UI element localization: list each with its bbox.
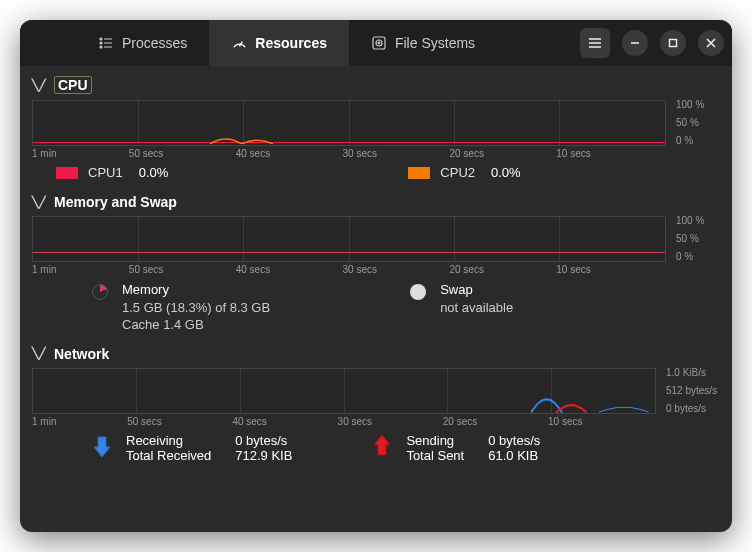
legend-cpu2[interactable]: CPU2 0.0%: [408, 165, 520, 180]
swap-dot-icon: [410, 284, 426, 300]
swatch-cpu2: [408, 167, 430, 179]
network-graph: [32, 368, 656, 414]
cpu-header[interactable]: ╲╱ CPU: [32, 74, 720, 96]
svg-point-9: [378, 42, 380, 44]
swatch-cpu1: [56, 167, 78, 179]
tab-label: Resources: [255, 35, 327, 51]
speedometer-icon: [231, 35, 247, 51]
network-section: ╲╱ Network 1.0 KiB/s 512 bytes/s 0 bytes…: [32, 344, 720, 463]
memory-graph: [32, 216, 666, 262]
memory-section: ╲╱ Memory and Swap 100 % 50 % 0 % 1 min5…: [32, 192, 720, 338]
view-tabs: Processes Resources File Systems: [76, 20, 497, 66]
tab-processes[interactable]: Processes: [76, 20, 209, 66]
memory-legend: Memory 1.5 GB (18.3%) of 8.3 GB Cache 1.…: [32, 279, 720, 338]
cpu-yaxis: 100 % 50 % 0 %: [670, 100, 720, 146]
minimize-button[interactable]: [622, 30, 648, 56]
disk-icon: [371, 35, 387, 51]
svg-point-2: [100, 42, 102, 44]
svg-point-0: [100, 38, 102, 40]
maximize-button[interactable]: [660, 30, 686, 56]
legend-receiving[interactable]: Receiving 0 bytes/s Total Received 712.9…: [92, 433, 292, 463]
close-button[interactable]: [698, 30, 724, 56]
window-controls: [580, 28, 724, 58]
menu-button[interactable]: [580, 28, 610, 58]
cpu-xaxis: 1 min50 secs40 secs30 secs20 secs10 secs: [32, 146, 720, 163]
tab-label: File Systems: [395, 35, 475, 51]
cpu-legend: CPU1 0.0% CPU2 0.0%: [32, 163, 720, 186]
titlebar: Processes Resources File Systems: [20, 20, 732, 66]
svg-point-4: [100, 46, 102, 48]
network-yaxis: 1.0 KiB/s 512 bytes/s 0 bytes/s: [660, 368, 720, 414]
memory-xaxis: 1 min50 secs40 secs30 secs20 secs10 secs: [32, 262, 720, 279]
cpu-graph: [32, 100, 666, 146]
memory-dot-icon: [92, 284, 108, 300]
legend-cpu1[interactable]: CPU1 0.0%: [56, 165, 168, 180]
list-icon: [98, 35, 114, 51]
svg-rect-14: [670, 40, 677, 47]
network-header[interactable]: ╲╱ Network: [32, 344, 720, 364]
download-arrow-icon: [92, 435, 112, 457]
tab-resources[interactable]: Resources: [209, 20, 349, 66]
system-monitor-window: Processes Resources File Systems: [20, 20, 732, 532]
tab-label: Processes: [122, 35, 187, 51]
legend-swap[interactable]: Swap not available: [410, 281, 513, 334]
memory-yaxis: 100 % 50 % 0 %: [670, 216, 720, 262]
network-legend: Receiving 0 bytes/s Total Received 712.9…: [32, 431, 720, 463]
section-title: Memory and Swap: [54, 194, 177, 210]
tab-filesystems[interactable]: File Systems: [349, 20, 497, 66]
upload-arrow-icon: [372, 435, 392, 457]
resources-content: ╲╱ CPU 100 % 50 % 0 % 1 min50 secs40 sec…: [20, 66, 732, 532]
memory-header[interactable]: ╲╱ Memory and Swap: [32, 192, 720, 212]
section-title: Network: [54, 346, 109, 362]
chevron-down-icon: ╲╱: [32, 347, 46, 360]
section-title: CPU: [54, 76, 92, 94]
legend-memory[interactable]: Memory 1.5 GB (18.3%) of 8.3 GB Cache 1.…: [92, 281, 270, 334]
network-xaxis: 1 min50 secs40 secs30 secs20 secs10 secs: [32, 414, 720, 431]
chevron-down-icon: ╲╱: [32, 196, 46, 209]
chevron-down-icon: ╲╱: [32, 79, 46, 92]
legend-sending[interactable]: Sending 0 bytes/s Total Sent 61.0 KIB: [372, 433, 540, 463]
cpu-section: ╲╱ CPU 100 % 50 % 0 % 1 min50 secs40 sec…: [32, 74, 720, 186]
